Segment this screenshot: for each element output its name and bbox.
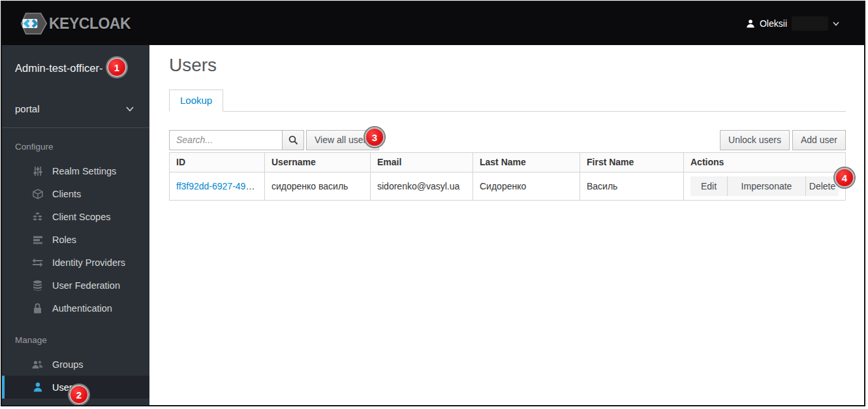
last-name-cell: Сидоренко bbox=[473, 172, 580, 200]
user-menu[interactable]: Oleksii bbox=[746, 16, 839, 31]
sidebar-item-label: Roles bbox=[52, 235, 76, 245]
main-content: Users Lookup View all users Unlock us bbox=[149, 45, 864, 405]
sidebar-divider bbox=[2, 127, 149, 128]
actions-cell: Edit Impersonate Delete bbox=[684, 172, 846, 200]
table-row: ff3f92dd-6927-499c... сидоренко василь s… bbox=[170, 172, 846, 200]
tasks-icon bbox=[32, 234, 43, 245]
group-icon bbox=[32, 359, 43, 370]
tab-bar: Lookup bbox=[169, 90, 846, 112]
search-icon bbox=[288, 135, 298, 145]
sidebar-item-realm-settings[interactable]: Realm Settings bbox=[2, 159, 149, 182]
search-input[interactable] bbox=[169, 130, 283, 150]
sidebar-item-label: Groups bbox=[52, 359, 84, 370]
user-icon bbox=[746, 19, 755, 28]
keycloak-admin-console: KEYCLOAK Oleksii Admin-test-officer- por… bbox=[1, 1, 865, 406]
add-user-button[interactable]: Add user bbox=[792, 130, 846, 150]
cube-icon bbox=[32, 188, 43, 199]
keycloak-logo[interactable]: KEYCLOAK bbox=[20, 9, 131, 38]
user-id-link[interactable]: ff3f92dd-6927-499c... bbox=[176, 181, 263, 191]
configure-nav: Realm Settings Clients bbox=[2, 159, 149, 319]
sidebar-item-clients[interactable]: Clients bbox=[2, 182, 149, 205]
chevron-down-icon bbox=[833, 20, 839, 27]
user-id-cell: ff3f92dd-6927-499c... bbox=[170, 172, 265, 200]
tab-lookup[interactable]: Lookup bbox=[169, 90, 223, 112]
sidebar-item-identity-providers[interactable]: Identity Providers bbox=[2, 251, 149, 274]
annotation-badge-3: 3 bbox=[365, 127, 384, 147]
sliders-icon bbox=[32, 165, 43, 176]
cubes-icon bbox=[32, 211, 43, 222]
keycloak-hexagon-icon bbox=[20, 9, 48, 38]
user-icon bbox=[32, 382, 43, 393]
sidebar-item-label: Realm Settings bbox=[52, 166, 116, 176]
realm-name: Admin-test-officer- bbox=[2, 45, 149, 74]
sidebar-item-authentication[interactable]: Authentication bbox=[2, 297, 149, 319]
realm-selector-dropdown[interactable]: portal bbox=[2, 103, 149, 114]
search-button[interactable] bbox=[282, 130, 304, 150]
sidebar-item-user-federation[interactable]: User Federation bbox=[2, 274, 149, 297]
section-label-configure: Configure bbox=[15, 142, 149, 152]
users-table: ID Username Email Last Name First Name A… bbox=[169, 152, 846, 201]
users-toolbar: View all users Unlock users Add user bbox=[169, 130, 846, 150]
column-header-last-name: Last Name bbox=[473, 152, 580, 172]
database-icon bbox=[32, 280, 43, 291]
column-header-actions: Actions bbox=[684, 152, 846, 172]
sidebar-item-label: User Federation bbox=[52, 280, 120, 291]
page-title: Users bbox=[169, 56, 846, 76]
column-header-first-name: First Name bbox=[580, 152, 684, 172]
realm-selector-value: portal bbox=[15, 103, 40, 114]
brand-wordmark: KEYCLOAK bbox=[49, 15, 131, 33]
email-cell: sidorenko@vasyl.ua bbox=[371, 172, 473, 200]
section-label-manage: Manage bbox=[15, 335, 149, 345]
sidebar-item-label: Authentication bbox=[52, 303, 112, 314]
column-header-email: Email bbox=[371, 152, 473, 172]
sidebar-item-label: Clients bbox=[52, 189, 81, 199]
sidebar-item-groups[interactable]: Groups bbox=[2, 353, 149, 376]
impersonate-button[interactable]: Impersonate bbox=[727, 176, 805, 196]
sidebar-item-label: Client Scopes bbox=[52, 212, 110, 222]
redacted-surname bbox=[792, 16, 828, 31]
annotation-badge-1: 1 bbox=[107, 57, 127, 77]
unlock-users-button[interactable]: Unlock users bbox=[720, 130, 790, 150]
user-name: Oleksii bbox=[760, 18, 787, 29]
table-header-row: ID Username Email Last Name First Name A… bbox=[170, 152, 846, 172]
username-cell: сидоренко василь bbox=[265, 172, 371, 200]
column-header-id: ID bbox=[170, 152, 265, 172]
annotation-badge-2: 2 bbox=[69, 385, 89, 404]
sidebar: Admin-test-officer- portal Configure bbox=[2, 45, 149, 405]
first-name-cell: Василь bbox=[580, 172, 684, 200]
sidebar-item-roles[interactable]: Roles bbox=[2, 228, 149, 251]
delete-button[interactable]: Delete bbox=[805, 176, 839, 196]
column-header-username: Username bbox=[265, 152, 371, 172]
exchange-arrows-icon bbox=[32, 257, 43, 268]
annotation-badge-4: 4 bbox=[835, 168, 854, 188]
edit-button[interactable]: Edit bbox=[690, 176, 727, 196]
lock-icon bbox=[32, 303, 43, 314]
sidebar-item-label: Identity Providers bbox=[52, 257, 125, 268]
top-header-bar: KEYCLOAK Oleksii bbox=[2, 2, 864, 45]
sidebar-item-client-scopes[interactable]: Client Scopes bbox=[2, 205, 149, 228]
chevron-down-icon bbox=[126, 106, 134, 112]
